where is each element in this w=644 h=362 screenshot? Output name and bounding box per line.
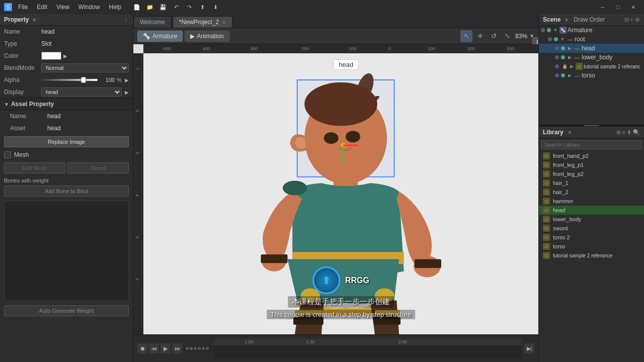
auto-generate-weight-button[interactable]: Auto Generate Weight xyxy=(4,305,129,316)
library-item-sword[interactable]: □ sword xyxy=(539,224,644,233)
menu-window[interactable]: Window xyxy=(74,3,104,12)
maximize-button[interactable]: □ xyxy=(611,2,625,12)
scene-item-armature[interactable]: ▼ 🦴 Armature xyxy=(539,26,644,35)
scene-panel-icons: ⊟ + ⚙ xyxy=(624,17,640,23)
export-icon[interactable]: ⬇ xyxy=(210,2,221,12)
display-reset-icon[interactable]: ▶ xyxy=(125,89,129,95)
bones-section: Bones with weight Add Bone to Bind xyxy=(0,175,133,199)
library-list-icon[interactable]: ≡ xyxy=(622,129,625,136)
menu-view[interactable]: View xyxy=(52,3,73,12)
property-panel-expand[interactable]: ⋮ xyxy=(123,17,129,23)
save-file-icon[interactable]: 💾 xyxy=(157,2,169,12)
new-file-icon[interactable]: 📄 xyxy=(131,2,142,12)
scene-panel-close-icon[interactable]: ✕ xyxy=(565,17,569,23)
library-item-hair-2[interactable]: □ hair_2 xyxy=(539,188,644,197)
cursor-tool[interactable]: ↖ xyxy=(460,30,472,42)
library-item-front-leg-p2[interactable]: □ front_leg_p2 xyxy=(539,169,644,178)
alpha-slider-thumb[interactable] xyxy=(81,77,86,83)
timeline-record-button[interactable]: ⏺ xyxy=(137,343,147,353)
tab-new-project[interactable]: *NewProject_2 ✕ xyxy=(173,16,232,28)
tutorial-expand-icon[interactable]: ▶ xyxy=(569,63,575,69)
titlebar: S File Edit View Window Help 📄 📁 💾 ↶ ↷ ⬆… xyxy=(0,0,644,14)
library-item-hammer[interactable]: □ hammer xyxy=(539,197,644,206)
rotate-tool[interactable]: ↺ xyxy=(488,30,500,42)
tab-new-project-close-icon[interactable]: ✕ xyxy=(222,20,226,25)
scene-item-root[interactable]: ▼ — root xyxy=(539,35,644,44)
alpha-slider[interactable] xyxy=(41,79,98,81)
library-import-icon[interactable]: ⬆ xyxy=(627,129,631,136)
scale-tool[interactable]: ⤡ xyxy=(501,30,513,42)
timeline-prev-button[interactable]: ⏮ xyxy=(149,343,159,353)
scene-panel: Scene ✕ Draw Order ⊟ + ⚙ ▼ 🦴 Armature xyxy=(539,14,644,125)
library-search-input[interactable] xyxy=(541,140,642,149)
close-button[interactable]: ✕ xyxy=(626,2,640,12)
library-panel-close-icon[interactable]: ✕ xyxy=(568,130,572,135)
timeline-play-button[interactable]: ▶ xyxy=(160,343,171,353)
color-swatch[interactable] xyxy=(41,52,61,60)
torso-icon: — xyxy=(574,72,581,79)
mesh-checkbox[interactable] xyxy=(4,151,11,158)
scene-filter-icon[interactable]: ⊟ xyxy=(624,17,629,23)
library-item-lower-body[interactable]: □ lower_body xyxy=(539,215,644,224)
tab-welcome[interactable]: Welcome xyxy=(133,16,172,28)
menu-help[interactable]: Help xyxy=(105,3,126,12)
scene-panel-header: Scene ✕ Draw Order ⊟ + ⚙ xyxy=(539,14,644,26)
timeline-dot-3 xyxy=(194,347,197,350)
scene-add-icon[interactable]: + xyxy=(630,17,633,23)
viewport-toolbar: 🦴 Armature ▶ Animation head ↖ ✛ ↺ ⤡ 83% … xyxy=(133,28,538,44)
scene-item-tutorial[interactable]: 🔒 ▶ □ tutorial sample 2 referanc xyxy=(539,62,644,71)
armature-mode-button[interactable]: 🦴 Armature xyxy=(137,31,183,42)
property-panel-close[interactable]: ✕ xyxy=(31,16,38,23)
scene-item-lower-body[interactable]: ▶ — lower_body xyxy=(539,53,644,62)
scene-item-torso[interactable]: ▶ — torso xyxy=(539,71,644,80)
library-item-tutorial-sample[interactable]: □ tutorial sample 2 referance xyxy=(539,251,644,260)
blend-select[interactable]: Normal xyxy=(41,63,129,72)
reset-mesh-button[interactable]: Reset xyxy=(67,162,129,173)
armature-expand-icon[interactable]: ▼ xyxy=(552,27,558,33)
lower-body-expand-icon[interactable]: ▶ xyxy=(567,54,573,60)
minimize-button[interactable]: ─ xyxy=(596,2,610,12)
animation-mode-button[interactable]: ▶ Animation xyxy=(185,31,229,42)
replace-image-button[interactable]: Replace Image xyxy=(4,136,129,147)
timeline-track-area[interactable]: 1:00 1:30 2:00 xyxy=(214,338,521,358)
canvas-area[interactable]: 500 400 300 200 100 0 100 200 300 7 6 5 … xyxy=(133,44,538,334)
alpha-reset-icon[interactable]: ▶ xyxy=(125,77,129,83)
asset-property-content: Name head Asset head xyxy=(0,110,133,134)
timeline-next-button[interactable]: ⏭ xyxy=(172,343,182,353)
add-bone-button[interactable]: Add Bone to Bind xyxy=(4,186,129,197)
ruler-left: 7 6 5 4 3 2 xyxy=(133,53,143,334)
draw-order-tab[interactable]: Draw Order xyxy=(571,16,608,23)
color-arrow-icon[interactable]: ▶ xyxy=(63,53,67,59)
library-item-front-leg-p1[interactable]: □ front_leg_p1 xyxy=(539,160,644,169)
asset-asset-value: head xyxy=(47,125,129,132)
display-select[interactable]: head xyxy=(41,87,122,97)
root-bullet xyxy=(548,37,552,41)
library-grid-icon[interactable]: ⊞ xyxy=(616,129,621,136)
transform-tool[interactable]: ✛ xyxy=(474,30,486,42)
torso-expand-icon[interactable]: ▶ xyxy=(567,72,573,78)
library-item-torso-2[interactable]: □ torso 2 xyxy=(539,233,644,242)
library-search-bar xyxy=(539,138,644,151)
edit-mesh-button[interactable]: Edit Mesh xyxy=(4,162,65,173)
library-item-torso[interactable]: □ torso xyxy=(539,242,644,251)
menu-file[interactable]: File xyxy=(14,3,32,12)
library-item-front-hand-p2[interactable]: □ front_hand_p2 xyxy=(539,151,644,160)
library-item-icon-6: □ xyxy=(543,198,550,205)
library-item-hair-1[interactable]: □ hair_1 xyxy=(539,178,644,188)
timeline-end-button[interactable]: ▶| xyxy=(524,343,534,353)
root-expand-icon[interactable]: ▼ xyxy=(559,36,566,42)
open-file-icon[interactable]: 📁 xyxy=(144,2,155,12)
lower-body-bullet-2 xyxy=(561,55,565,59)
redo-icon[interactable]: ↷ xyxy=(184,2,195,12)
asset-property-section-header[interactable]: ▼ Asset Property xyxy=(0,98,133,110)
scene-settings-icon[interactable]: ⚙ xyxy=(635,17,640,23)
menu-edit[interactable]: Edit xyxy=(33,3,51,12)
timeline-ruler-mark-2: 1:30 xyxy=(306,339,315,344)
scene-item-head[interactable]: ▶ — head xyxy=(539,44,644,53)
library-search-toggle-icon[interactable]: 🔍 xyxy=(633,129,640,136)
undo-icon[interactable]: ↶ xyxy=(171,2,182,12)
mesh-label: Mesh xyxy=(14,151,29,158)
library-item-head[interactable]: □ head xyxy=(539,206,644,215)
head-expand-icon[interactable]: ▶ xyxy=(567,45,573,51)
import-icon[interactable]: ⬆ xyxy=(197,2,208,12)
